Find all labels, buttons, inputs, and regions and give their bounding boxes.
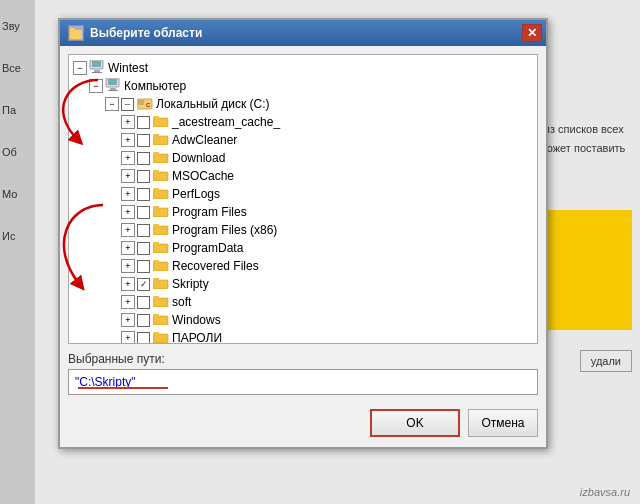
- folder-icon: [153, 240, 169, 256]
- tree-node-label: Recovered Files: [172, 259, 533, 273]
- tree-node-label: AdwCleaner: [172, 133, 533, 147]
- tree-row[interactable]: + Program Files: [73, 203, 533, 221]
- svg-rect-40: [153, 332, 159, 335]
- tree-node-label: ProgramData: [172, 241, 533, 255]
- tree-row[interactable]: + AdwCleaner: [73, 131, 533, 149]
- tree-row[interactable]: + MSOCache: [73, 167, 533, 185]
- svg-rect-25: [153, 208, 168, 217]
- svg-text:C: C: [146, 102, 151, 108]
- tree-row[interactable]: − Компьютер: [73, 77, 533, 95]
- tree-checkbox[interactable]: [137, 206, 150, 219]
- expand-btn[interactable]: +: [121, 115, 135, 129]
- sidebar-label-2: Все: [0, 62, 35, 74]
- tree-checkbox[interactable]: ✓: [137, 278, 150, 291]
- dialog-titlebar: Выберите области ✕: [60, 20, 546, 46]
- tree-checkbox[interactable]: [121, 98, 134, 111]
- close-button[interactable]: ✕: [522, 24, 542, 42]
- expand-btn[interactable]: +: [121, 223, 135, 237]
- tree-checkbox[interactable]: [137, 332, 150, 344]
- folder-icon: [153, 132, 169, 148]
- tree-row[interactable]: + soft: [73, 293, 533, 311]
- tree-row[interactable]: + Program Files (x86): [73, 221, 533, 239]
- selected-paths-label: Выбранные пути:: [68, 352, 538, 366]
- svg-rect-37: [153, 316, 168, 325]
- cancel-button[interactable]: Отмена: [468, 409, 538, 437]
- svg-rect-6: [94, 70, 100, 72]
- tree-checkbox[interactable]: [137, 170, 150, 183]
- tree-checkbox[interactable]: [137, 152, 150, 165]
- tree-row[interactable]: − C Локальный диск (С:): [73, 95, 533, 113]
- dialog-icon: [68, 25, 84, 41]
- tree-checkbox[interactable]: [137, 260, 150, 273]
- svg-rect-22: [153, 170, 159, 173]
- expand-btn[interactable]: −: [73, 61, 87, 75]
- selected-paths-input[interactable]: [68, 369, 538, 395]
- expand-btn[interactable]: +: [121, 277, 135, 291]
- expand-btn[interactable]: +: [121, 241, 135, 255]
- expand-btn[interactable]: +: [121, 151, 135, 165]
- folder-icon: [153, 258, 169, 274]
- sidebar-label-3: Па: [0, 104, 35, 116]
- expand-btn[interactable]: +: [121, 133, 135, 147]
- computer-icon: [105, 78, 121, 95]
- tree-row[interactable]: − Wintest: [73, 59, 533, 77]
- tree-row[interactable]: + Windows: [73, 311, 533, 329]
- expand-btn[interactable]: +: [121, 205, 135, 219]
- svg-rect-13: [138, 100, 144, 105]
- tree-checkbox[interactable]: [137, 296, 150, 309]
- tree-row[interactable]: + Download: [73, 149, 533, 167]
- computer-svg: [89, 60, 105, 74]
- svg-rect-26: [153, 206, 159, 209]
- svg-rect-15: [153, 118, 168, 127]
- folder-icon: [153, 168, 169, 184]
- tree-checkbox[interactable]: [137, 134, 150, 147]
- svg-rect-31: [153, 262, 168, 271]
- tree-checkbox[interactable]: [137, 242, 150, 255]
- expand-btn[interactable]: +: [121, 169, 135, 183]
- folder-svg: [153, 168, 169, 181]
- expand-btn[interactable]: −: [105, 97, 119, 111]
- folder-icon: [153, 150, 169, 166]
- tree-node-label: soft: [172, 295, 533, 309]
- sidebar-label-1: Зву: [0, 20, 35, 32]
- tree-row[interactable]: +✓ Skripty: [73, 275, 533, 293]
- folder-icon: [153, 222, 169, 238]
- tree-row[interactable]: + ProgramData: [73, 239, 533, 257]
- tree-checkbox[interactable]: [137, 224, 150, 237]
- tree-row[interactable]: + _acestream_cache_: [73, 113, 533, 131]
- tree-checkbox[interactable]: [137, 188, 150, 201]
- sidebar-label-6: Ис: [0, 230, 35, 242]
- expand-btn[interactable]: +: [121, 259, 135, 273]
- dialog-title-left: Выберите области: [68, 25, 202, 41]
- tree-row[interactable]: + PerfLogs: [73, 185, 533, 203]
- expand-btn[interactable]: +: [121, 331, 135, 343]
- tree-node-label: PerfLogs: [172, 187, 533, 201]
- svg-rect-35: [153, 298, 168, 307]
- folder-svg: [153, 204, 169, 217]
- sidebar-label-5: Мо: [0, 188, 35, 200]
- folder-svg: [153, 294, 169, 307]
- ok-button[interactable]: OK: [370, 409, 460, 437]
- expand-btn[interactable]: +: [121, 187, 135, 201]
- tree-checkbox[interactable]: [137, 116, 150, 129]
- tree-checkbox[interactable]: [137, 314, 150, 327]
- tree-node-label: _acestream_cache_: [172, 115, 533, 129]
- svg-rect-33: [153, 280, 168, 289]
- svg-rect-11: [108, 90, 118, 91]
- expand-btn[interactable]: −: [89, 79, 103, 93]
- tree-node-label: MSOCache: [172, 169, 533, 183]
- tree-row[interactable]: + ПАРОЛИ: [73, 329, 533, 343]
- tree-inner[interactable]: − Wintest− Компьютер− C Локальный диск (…: [69, 55, 537, 343]
- svg-rect-10: [110, 88, 116, 90]
- folder-svg: [153, 240, 169, 253]
- expand-btn[interactable]: +: [121, 313, 135, 327]
- tree-row[interactable]: + Recovered Files: [73, 257, 533, 275]
- tree-node-label: Wintest: [108, 61, 533, 75]
- svg-rect-27: [153, 226, 168, 235]
- udali-button[interactable]: удали: [580, 350, 632, 372]
- folder-svg: [153, 132, 169, 145]
- tree-node-label: ПАРОЛИ: [172, 331, 533, 343]
- svg-rect-34: [153, 278, 159, 281]
- tree-node-label: Компьютер: [124, 79, 533, 93]
- expand-btn[interactable]: +: [121, 295, 135, 309]
